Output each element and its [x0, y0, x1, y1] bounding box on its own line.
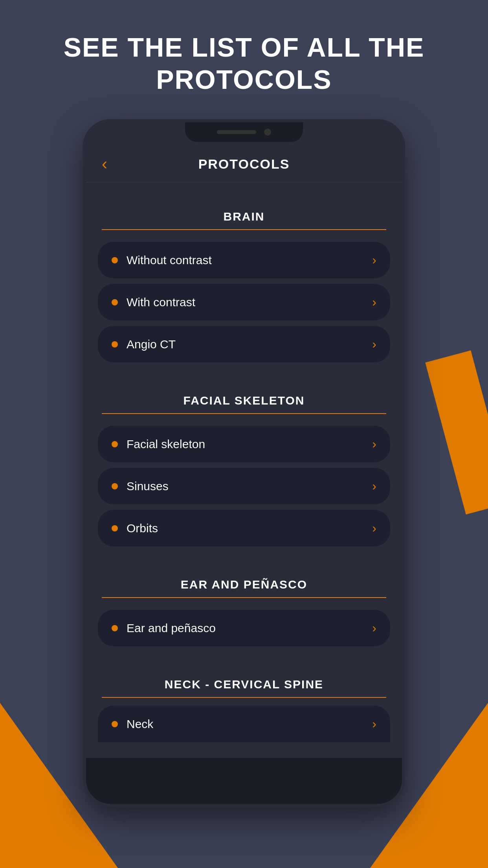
protocol-dot: [112, 721, 118, 727]
facial-protocol-list: Facial skeleton › Sinuses › Orbits: [86, 422, 402, 550]
phone-mockup: ‹ PROTOCOLS BRAIN Without contrast ›: [83, 119, 405, 807]
chevron-icon: ›: [372, 717, 376, 731]
protocol-label: Neck: [127, 717, 153, 731]
app-header-title: PROTOCOLS: [198, 156, 290, 172]
chevron-icon: ›: [372, 621, 376, 635]
protocol-label: Angio CT: [127, 338, 176, 351]
back-button[interactable]: ‹: [102, 156, 107, 172]
section-facial-title: FACIAL SKELETON: [102, 382, 386, 413]
notch-speaker: [217, 130, 256, 134]
chevron-icon: ›: [372, 479, 376, 493]
protocol-item-without-contrast[interactable]: Without contrast ›: [98, 242, 390, 278]
protocol-item-orbits[interactable]: Orbits ›: [98, 510, 390, 546]
section-neck-divider: [102, 697, 386, 698]
chevron-icon: ›: [372, 253, 376, 267]
protocol-item-angio-ct[interactable]: Angio CT ›: [98, 326, 390, 362]
protocol-item-sinuses[interactable]: Sinuses ›: [98, 468, 390, 504]
protocol-label: Facial skeleton: [127, 438, 205, 451]
brain-protocol-list: Without contrast › With contrast › Angio…: [86, 238, 402, 366]
protocol-dot: [112, 625, 118, 631]
app-content: BRAIN Without contrast › With contrast: [86, 182, 402, 758]
protocol-dot: [112, 483, 118, 489]
bg-accent-right-strip: [425, 350, 488, 514]
section-neck-title: NECK - CERVICAL SPINE: [102, 666, 386, 697]
protocol-label: Sinuses: [127, 480, 169, 493]
protocol-label: Ear and peñasco: [127, 622, 216, 635]
notch-camera: [264, 129, 271, 136]
section-ear-divider: [102, 597, 386, 598]
chevron-icon: ›: [372, 295, 376, 309]
phone-notch: [185, 122, 303, 142]
section-brain-divider: [102, 229, 386, 230]
protocol-dot: [112, 441, 118, 447]
section-ear-title: EAR AND PEÑASCO: [102, 566, 386, 597]
chevron-icon: ›: [372, 521, 376, 535]
chevron-icon: ›: [372, 437, 376, 451]
protocol-label: Without contrast: [127, 254, 212, 267]
section-neck-header: NECK - CERVICAL SPINE: [86, 650, 402, 698]
section-brain-header: BRAIN: [86, 182, 402, 230]
phone-frame: ‹ PROTOCOLS BRAIN Without contrast ›: [83, 119, 405, 807]
protocol-dot: [112, 257, 118, 263]
protocol-dot: [112, 341, 118, 348]
protocol-item-with-contrast[interactable]: With contrast ›: [98, 284, 390, 320]
app-header: ‹ PROTOCOLS: [86, 146, 402, 182]
protocol-label: With contrast: [127, 296, 195, 309]
protocol-label: Orbits: [127, 522, 158, 535]
section-ear-header: EAR AND PEÑASCO: [86, 550, 402, 598]
chevron-icon: ›: [372, 337, 376, 351]
section-facial-header: FACIAL SKELETON: [86, 366, 402, 414]
protocol-item-ear-penasco[interactable]: Ear and peñasco ›: [98, 610, 390, 646]
protocol-dot: [112, 299, 118, 305]
page-title: SEE THE LIST OF ALL THE PROTOCOLS: [0, 0, 488, 119]
protocol-dot: [112, 525, 118, 531]
section-brain-title: BRAIN: [102, 198, 386, 229]
ear-protocol-list: Ear and peñasco ›: [86, 606, 402, 650]
section-facial-divider: [102, 413, 386, 414]
protocol-item-neck-partial[interactable]: Neck ›: [98, 706, 390, 742]
protocol-item-facial-skeleton[interactable]: Facial skeleton ›: [98, 426, 390, 462]
